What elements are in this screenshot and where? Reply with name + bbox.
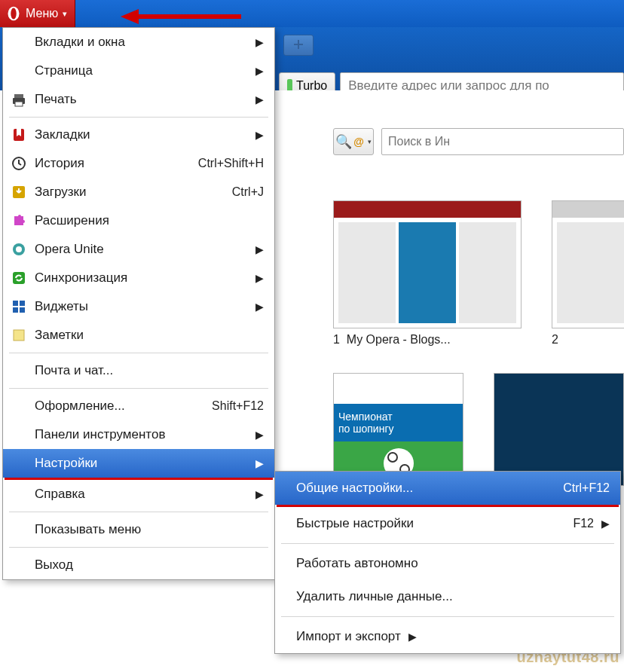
title-bar: Меню ▾ [0, 0, 624, 27]
speed-dial-tile[interactable] [552, 200, 624, 328]
main-menu-item[interactable]: Настройки▶ [3, 449, 274, 478]
svg-rect-14 [20, 301, 25, 306]
menu-shortcut: Ctrl+F12 [563, 481, 610, 495]
blank-icon [11, 557, 27, 573]
menu-shortcut: F12 [573, 517, 594, 530]
svg-rect-6 [15, 102, 23, 106]
main-menu-item[interactable]: Закладки▶ [3, 121, 274, 149]
main-menu-item[interactable]: Расширения [3, 206, 274, 235]
separator [281, 543, 614, 544]
speed-dial-tile[interactable] [333, 200, 522, 328]
menu-item-label: Расширения [35, 213, 109, 228]
submenu-item[interactable]: Импорт и экспорт▶ [275, 620, 620, 653]
magnifier-icon: 🔍 [335, 133, 352, 150]
blank-icon [11, 455, 27, 472]
settings-submenu: Общие настройки...Ctrl+F12Быстрые настро… [274, 471, 621, 654]
submenu-item[interactable]: Общие настройки...Ctrl+F12 [275, 472, 620, 505]
menu-item-label: Панели инструментов [35, 427, 165, 442]
sync-icon [11, 270, 27, 286]
speed-dial-label: 2 [552, 333, 624, 347]
main-menu-item[interactable]: Оформление...Shift+F12 [3, 392, 274, 420]
menu-item-label: Общие настройки... [296, 481, 413, 496]
submenu-arrow-icon: ▶ [255, 129, 264, 141]
submenu-arrow-icon: ▶ [255, 301, 264, 313]
new-tab-button[interactable] [283, 35, 314, 56]
separator [9, 512, 268, 512]
note-icon [11, 327, 27, 344]
main-menu-item[interactable]: Заметки [3, 321, 274, 350]
main-menu-item[interactable]: Справка▶ [3, 480, 274, 509]
main-menu-item[interactable]: Почта и чат... [3, 356, 274, 385]
main-menu-item[interactable]: Панели инструментов▶ [3, 420, 274, 449]
menu-item-label: Загрузки [35, 185, 86, 200]
submenu-item[interactable]: Удалить личные данные... [275, 580, 620, 613]
bookmark-icon [11, 127, 27, 143]
submenu-arrow-icon: ▶ [408, 631, 417, 643]
menu-item-label: Страница [35, 63, 93, 78]
menu-item-label: Синхронизация [35, 270, 127, 286]
main-menu-item[interactable]: Opera Unite▶ [3, 235, 274, 264]
separator [9, 388, 268, 389]
dropdown-icon: ▾ [368, 138, 372, 145]
submenu-arrow-icon: ▶ [255, 488, 264, 500]
blank-icon [11, 63, 27, 79]
clock-icon [11, 155, 27, 172]
separator [9, 117, 268, 118]
menu-item-label: Показывать меню [35, 522, 141, 537]
search-input[interactable] [381, 128, 624, 155]
main-menu: Вкладки и окна▶Страница▶Печать▶Закладки▶… [2, 27, 275, 580]
speed-dial-tile[interactable] [494, 373, 624, 486]
blank-icon [11, 426, 27, 443]
download-icon [11, 184, 27, 200]
svg-rect-16 [20, 307, 25, 313]
menu-item-label: Печать [35, 92, 77, 107]
submenu-arrow-icon: ▶ [255, 93, 264, 105]
blank-icon [11, 521, 27, 538]
main-menu-item[interactable]: ЗагрузкиCtrl+J [3, 178, 274, 206]
menu-item-label: История [35, 156, 84, 171]
svg-rect-12 [13, 272, 25, 284]
speed-dial-tile[interactable]: Чемпионат по шопингу [333, 373, 463, 486]
submenu-arrow-icon: ▶ [255, 272, 264, 284]
main-menu-item[interactable]: Выход [3, 551, 274, 579]
menu-item-label: Справка [35, 487, 85, 502]
main-menu-item[interactable]: Страница▶ [3, 57, 274, 85]
menu-item-label: Оформление... [35, 399, 125, 414]
separator [9, 353, 268, 353]
svg-point-1 [11, 8, 17, 20]
menu-button-label: Меню [26, 7, 58, 20]
menu-button[interactable]: Меню ▾ [0, 0, 75, 27]
main-menu-item[interactable]: ИсторияCtrl+Shift+H [3, 149, 274, 178]
puzzle-icon [11, 212, 27, 229]
main-menu-item[interactable]: Показывать меню [3, 515, 274, 544]
blank-icon [11, 486, 27, 502]
submenu-arrow-icon: ▶ [255, 429, 264, 441]
opera-logo-icon [6, 6, 21, 21]
menu-shortcut: Shift+F12 [212, 399, 264, 413]
search-engine-button[interactable]: 🔍 @ ▾ [333, 128, 374, 155]
svg-rect-15 [13, 307, 18, 313]
menu-item-label: Почта и чат... [35, 363, 113, 378]
submenu-item[interactable]: Работать автономно [275, 547, 620, 580]
main-menu-item[interactable]: Синхронизация▶ [3, 264, 274, 292]
submenu-arrow-icon: ▶ [255, 243, 264, 255]
speed-dial-label: 1 My Opera - Blogs... [333, 333, 522, 347]
svg-point-11 [16, 246, 22, 252]
menu-item-label: Настройки [35, 456, 97, 471]
submenu-item[interactable]: Быстрые настройкиF12▶ [275, 507, 620, 540]
menu-item-label: Вкладки и окна [35, 35, 125, 50]
chevron-down-icon: ▾ [63, 9, 67, 19]
main-menu-item[interactable]: Виджеты▶ [3, 292, 274, 321]
svg-rect-13 [13, 301, 18, 306]
main-menu-item[interactable]: Печать▶ [3, 85, 274, 114]
svg-rect-17 [14, 330, 24, 341]
blank-icon [11, 362, 27, 379]
submenu-arrow-icon: ▶ [255, 36, 264, 48]
widget-icon [11, 298, 27, 315]
menu-shortcut: Ctrl+J [232, 185, 264, 199]
menu-item-label: Закладки [35, 127, 90, 142]
separator [281, 616, 614, 617]
main-menu-item[interactable]: Вкладки и окна▶ [3, 28, 274, 57]
menu-item-label: Виджеты [35, 299, 88, 314]
menu-item-label: Удалить личные данные... [296, 589, 453, 604]
